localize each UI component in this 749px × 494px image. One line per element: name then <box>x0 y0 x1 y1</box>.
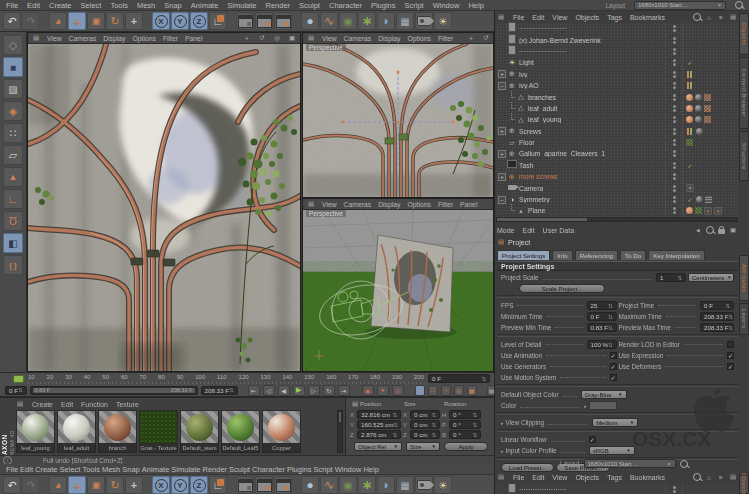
live-selection-tool[interactable]: ◕ <box>49 12 67 30</box>
current-frame-field[interactable]: 0 F⇅ <box>5 386 27 395</box>
render-settings-button[interactable] <box>274 476 292 494</box>
use-deformers-checkbox[interactable]: ✓ <box>727 363 734 370</box>
object-row[interactable]: + ⊕ ivy <box>496 69 738 80</box>
viewport-menu-options[interactable]: Options <box>407 35 430 42</box>
compositing-tag-icon[interactable]: ✓ <box>686 196 694 204</box>
om-filter-icon[interactable]: ≡ <box>717 474 725 481</box>
menu-plugins[interactable]: Plugins <box>371 1 396 10</box>
menu-snap[interactable]: Snap <box>164 1 182 10</box>
panel-icon[interactable]: ▤ <box>16 400 24 408</box>
rotation-b-field[interactable]: 0 °⇅ <box>449 430 481 439</box>
expand-toggle[interactable]: − <box>498 196 506 204</box>
viewport-menu-cameras[interactable]: Cameras <box>69 35 97 42</box>
preview-range-slider[interactable]: 0.83 F 208.33 F <box>30 386 198 395</box>
expand-toggle[interactable]: + <box>498 70 506 78</box>
tab-objects[interactable]: Objects <box>739 475 749 494</box>
snap-toggle-button[interactable]: Ω <box>3 211 23 231</box>
menu-help[interactable]: Help <box>468 1 483 10</box>
menu-animate[interactable]: Animate <box>142 465 170 474</box>
workplane-mode-button[interactable]: ◈ <box>3 101 23 121</box>
attr-menu-edit[interactable]: Edit <box>523 227 535 234</box>
previous-key-button[interactable]: ◁ <box>263 385 275 396</box>
scale-tool[interactable]: ▣ <box>87 476 105 494</box>
om-search-icon[interactable] <box>693 13 701 21</box>
viewport-menu-filter[interactable]: Filter <box>438 201 453 208</box>
compositing-tag-icon[interactable]: ✓ <box>686 59 694 67</box>
zoom-view-icon[interactable]: ↺ <box>258 34 266 42</box>
material-menu-function[interactable]: Function <box>81 401 108 408</box>
viewport-br-canvas[interactable] <box>303 210 493 372</box>
camera-object-button[interactable] <box>415 476 433 494</box>
visibility-dots[interactable] <box>665 103 682 114</box>
zoom-view-icon[interactable]: ↺ <box>482 34 490 42</box>
tab-layers[interactable]: Layers <box>739 303 749 335</box>
render-picture-viewer-button[interactable] <box>255 12 273 30</box>
menu-render[interactable]: Render <box>203 465 228 474</box>
material-scrollbar[interactable] <box>337 410 343 453</box>
key-position-toggle[interactable]: + <box>415 385 425 396</box>
xpresso-tag-icon[interactable] <box>686 127 694 135</box>
visibility-dots[interactable] <box>665 57 682 68</box>
sticky-texture-tag-icon[interactable] <box>705 196 712 203</box>
ngon-lines-button[interactable]: { } <box>3 255 23 275</box>
tab-structure[interactable]: Structure <box>739 131 749 181</box>
phong-tag-icon[interactable] <box>686 207 693 214</box>
use-generators-checkbox[interactable]: ✓ <box>610 363 617 370</box>
om-menu-edit[interactable]: Edit <box>532 474 544 481</box>
tab-objects[interactable]: Objects <box>739 13 749 55</box>
om-menu-file[interactable]: File <box>513 14 524 21</box>
expand-toggle[interactable]: + <box>498 150 506 158</box>
material-tag-icon[interactable] <box>695 105 702 112</box>
color-swatch[interactable] <box>589 401 617 410</box>
expand-toggle[interactable]: − <box>498 82 506 90</box>
size-mode-dropdown[interactable]: Size▼ <box>406 442 440 451</box>
viewport-menu-display[interactable]: Display <box>103 35 125 42</box>
viewport-menu-cameras[interactable]: Cameras <box>344 201 372 208</box>
environment-object-button[interactable]: ◉ <box>339 476 357 494</box>
apply-button[interactable]: Apply <box>444 442 488 451</box>
material-thumbnail[interactable] <box>98 410 137 444</box>
expand-toggle[interactable]: + <box>498 173 506 181</box>
menu-plugins[interactable]: Plugins <box>287 465 312 474</box>
position-x-field[interactable]: 32.816 cm⇅ <box>357 410 401 419</box>
material-item[interactable]: leaf_young <box>16 410 55 453</box>
material-tag-icon[interactable] <box>696 196 703 203</box>
spline-object-button[interactable]: ∿ <box>320 476 338 494</box>
material-thumbnail[interactable] <box>221 410 260 444</box>
uvw-tag-icon[interactable] <box>704 94 711 101</box>
material-thumbnail[interactable] <box>57 410 96 444</box>
timeline-ruler[interactable]: 102030 405060 708090 100110120 130140150… <box>0 372 494 384</box>
viewport-tr-canvas[interactable] <box>303 44 493 198</box>
menu-animate[interactable]: Animate <box>191 1 219 10</box>
viewport-menu-filter[interactable]: Filter <box>438 35 453 42</box>
viewport-panel-icon[interactable]: ▤ <box>32 34 40 42</box>
live-selection-tool[interactable]: ◕ <box>49 476 67 494</box>
protection-tag-icon[interactable]: × <box>686 184 694 192</box>
viewport-tr-label[interactable]: Perspective <box>306 44 346 51</box>
uvw-tag-icon[interactable] <box>704 116 711 123</box>
section-header[interactable]: Project Settings <box>497 261 738 271</box>
om-menu-objects[interactable]: Objects <box>575 14 599 21</box>
object-name[interactable]: leaf_adult <box>528 105 557 112</box>
primitive-object-button[interactable]: ● <box>301 476 319 494</box>
linear-workflow-checkbox[interactable]: ✓ <box>589 436 596 443</box>
menu-tools[interactable]: Tools <box>110 1 128 10</box>
visibility-dots[interactable] <box>665 114 682 125</box>
visibility-dots[interactable] <box>665 484 682 494</box>
make-editable-button[interactable]: ◇ <box>3 35 23 55</box>
panel-icon[interactable]: ▤ <box>350 400 360 408</box>
menu-mesh[interactable]: Mesh <box>137 1 155 10</box>
loop-playback-button[interactable]: ↻ <box>323 385 335 396</box>
visibility-dots[interactable] <box>665 171 682 182</box>
coordinate-mode-dropdown[interactable]: Object Rel▼ <box>354 442 402 451</box>
material-item[interactable]: leaf_adult <box>57 410 96 453</box>
om-panel-icon[interactable]: ▤ <box>729 13 737 21</box>
object-row[interactable]: ☀ Light ✓ <box>496 57 738 68</box>
om-home-icon[interactable]: ⌂ <box>705 14 713 21</box>
selection-tag-icon[interactable]: × <box>714 207 722 215</box>
attr-menu-userdata[interactable]: User Data <box>543 227 575 234</box>
tab-project-settings[interactable]: Project Settings <box>497 250 550 260</box>
om-menu-bookmarks[interactable]: Bookmarks <box>630 474 665 481</box>
camera-object-button[interactable] <box>415 12 433 30</box>
minimum-time-field[interactable]: 0 F⇅ <box>587 312 617 321</box>
